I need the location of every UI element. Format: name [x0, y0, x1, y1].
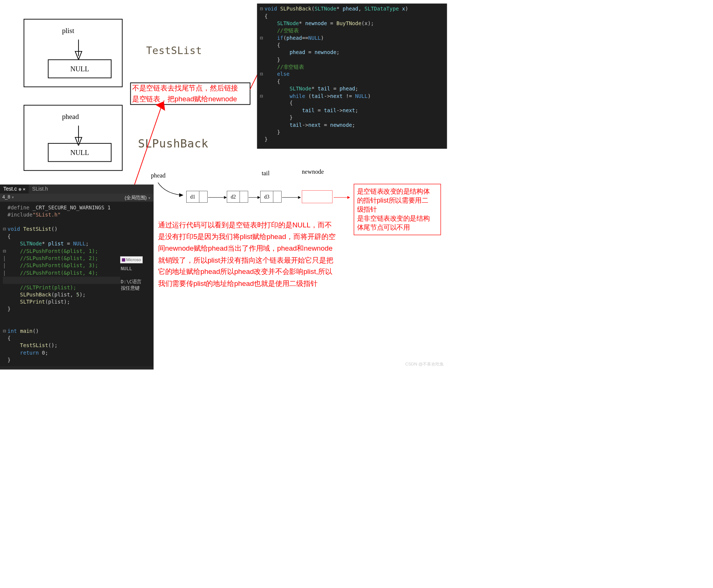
code-line: ⊟void SLPushBack(SLTNode* phead, SLTData…: [260, 5, 444, 12]
ll-node-d1: d1: [186, 191, 208, 203]
side-box-line: 级指针: [357, 205, 438, 214]
svg-marker-10: [224, 196, 227, 199]
code-line: SLTNode* tail = phead;: [260, 85, 444, 92]
arrow-down-icon: [74, 38, 83, 60]
code-line: SLTNode* newnode = BuyTNode(x);: [260, 20, 444, 27]
ll-label-newnode: newnode: [302, 168, 324, 176]
vs-icon: [122, 258, 125, 262]
arrow-right-icon: [282, 195, 301, 200]
code-line: #include"SList.h": [3, 211, 151, 218]
code-editor-slpushback[interactable]: ⊟void SLPushBack(SLTNode* phead, SLTData…: [257, 3, 447, 148]
code-line: ⊟int main(): [3, 328, 151, 335]
code-line: #define _CRT_SECURE_NO_WARNINGS 1: [3, 204, 151, 211]
phead-null-box: NULL: [48, 143, 112, 162]
code-line: //空链表: [260, 27, 444, 34]
code-line: SLTNode* plist = NULL;: [3, 241, 151, 248]
side-box-line: 是非空链表改变的是结构: [357, 214, 438, 223]
code-line: [3, 320, 151, 327]
console-output: NULL D:\C语言 按任意键: [120, 265, 153, 292]
ll-node-d2: d2: [227, 191, 248, 203]
phead-pointer-label: phead: [62, 113, 79, 120]
code-line: {: [260, 13, 444, 20]
code-line: }: [260, 129, 444, 136]
svg-marker-8: [179, 193, 183, 197]
code-line: ⊟ if(phead==NULL): [260, 35, 444, 42]
svg-marker-12: [258, 196, 261, 199]
watermark: CSDN @不喜欢吃鱼: [405, 361, 444, 367]
code-line: ⊟void TestSList(): [3, 226, 151, 233]
svg-marker-16: [347, 196, 350, 199]
title-slpushback: SLPushBack: [138, 137, 208, 150]
arrow-right-icon: [208, 195, 227, 200]
code-line: }: [3, 356, 151, 364]
arrow-curve-icon: [155, 182, 186, 198]
svg-marker-14: [298, 196, 301, 199]
arrow-right-red-icon: [334, 195, 350, 200]
code-line: //非空链表: [260, 63, 444, 71]
code-line: [3, 313, 151, 320]
ll-node-d3: d3: [260, 191, 282, 203]
ll-label-tail: tail: [262, 170, 270, 177]
tab-slisth[interactable]: SList.h: [29, 185, 51, 194]
annotation-line1: 不是空链表去找尾节点，然后链接: [132, 83, 238, 93]
side-box-line: 是空链表改变的是结构体: [357, 187, 438, 196]
code-line: }: [260, 136, 444, 143]
plist-pointer-label: plist: [62, 27, 74, 35]
annotation-line2: 是空链表，把phead赋给newnode: [132, 94, 237, 104]
scope-bar[interactable]: 4_8▼ (全局范围)▼: [0, 194, 153, 202]
code-line: [3, 219, 151, 226]
annotation-paragraph: 通过运行代码可以看到是空链表时打印的是NULL，而不是没有打印5是因为我们将pl…: [158, 219, 337, 289]
code-line: tail = tail->next;: [260, 107, 444, 114]
side-box-line: 体尾节点可以不用: [357, 223, 438, 232]
title-testslist: TestSList: [146, 45, 202, 56]
diagram-plist-box: plist NULL: [24, 19, 123, 87]
code-line: SLTPrint(plist);: [3, 298, 151, 305]
code-line: phead = newnode;: [260, 49, 444, 56]
console-line: NULL: [121, 266, 153, 271]
code-line: ⊟ //SLPushFornt(&plist, 1);: [3, 248, 151, 255]
ll-label-phead: phead: [151, 172, 166, 179]
code-line: }: [260, 56, 444, 63]
code-line: ⊟ else: [260, 71, 444, 78]
console-line: 按任意键: [121, 285, 153, 291]
code-line: }: [260, 114, 444, 122]
microsoft-badge: Microso: [120, 256, 143, 263]
tab-testc[interactable]: Test.c ⊕ ✕: [0, 185, 29, 194]
code-line: {: [3, 233, 151, 240]
code-line: {: [260, 42, 444, 49]
diagram-phead-box: phead NULL: [24, 105, 123, 171]
code-line: return 0;: [3, 349, 151, 356]
code-line: TestSList();: [3, 342, 151, 349]
badge-text: Microso: [126, 257, 141, 262]
side-box-line: 的指针plist所以需要用二: [357, 196, 438, 205]
arrow-right-icon: [249, 195, 260, 200]
console-line: D:\C语言: [121, 278, 153, 285]
annotation-side-box: 是空链表改变的是结构体 的指针plist所以需要用二 级指针 是非空链表改变的是…: [354, 184, 441, 235]
code-line: }: [3, 306, 151, 313]
code-line: tail->next = newnode;: [260, 122, 444, 129]
code-line: {: [3, 335, 151, 342]
code-line: {: [260, 100, 444, 107]
code-line: ⊟ while (tail->next != NULL): [260, 93, 444, 100]
tab-bar: Test.c ⊕ ✕ SList.h: [0, 185, 153, 194]
arrow-down-icon: [74, 125, 83, 146]
code-line: SLPushBack(plist, 5);: [3, 291, 151, 298]
plist-null-box: NULL: [48, 59, 112, 78]
ll-node-newnode: [302, 190, 333, 203]
code-line: {: [260, 78, 444, 85]
